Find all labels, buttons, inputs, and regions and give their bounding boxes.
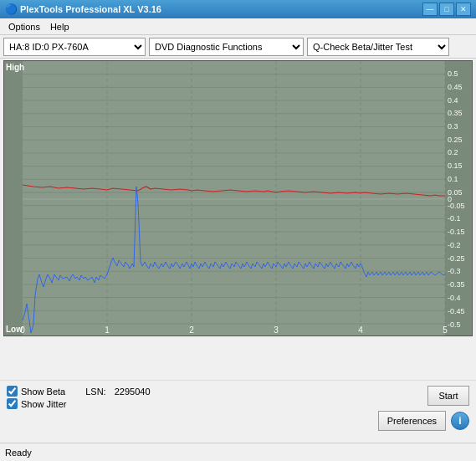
svg-text:-0.1: -0.1 <box>448 214 461 223</box>
chart-svg: 0.5 0.45 0.4 0.35 0.3 0.25 0.2 0.15 0.1 … <box>4 61 472 336</box>
info-button[interactable]: i <box>451 412 469 430</box>
show-beta-label: Show Beta <box>21 387 65 397</box>
menu-bar: Options Help <box>0 18 476 35</box>
function-select[interactable]: DVD Diagnostic Functions <box>149 38 304 56</box>
bottom-section: Show Beta LSN: 2295040 Show Jitter Start… <box>0 380 476 443</box>
svg-text:-0.05: -0.05 <box>448 202 465 210</box>
title-bar: 🔵 PlexTools Professional XL V3.16 — □ ✕ <box>0 0 476 18</box>
app-title: PlexTools Professional XL V3.16 <box>20 4 161 14</box>
drive-select[interactable]: HA:8 ID:0 PX-760A <box>3 38 146 56</box>
show-jitter-label: Show Jitter <box>21 399 66 409</box>
y-label-low: Low <box>6 325 23 334</box>
svg-text:-0.35: -0.35 <box>448 280 465 289</box>
menu-help[interactable]: Help <box>45 20 74 33</box>
test-select[interactable]: Q-Check Beta/Jitter Test <box>307 38 449 56</box>
main-content: Options Help HA:8 ID:0 PX-760A DVD Diagn… <box>0 18 476 461</box>
y-label-high: High <box>6 63 24 72</box>
svg-text:0.45: 0.45 <box>448 83 463 91</box>
svg-text:-0.25: -0.25 <box>448 254 465 263</box>
show-beta-checkbox[interactable] <box>7 386 18 397</box>
svg-rect-1 <box>23 61 445 336</box>
svg-text:0.3: 0.3 <box>448 122 458 131</box>
svg-text:-0.5: -0.5 <box>448 320 461 329</box>
menu-options[interactable]: Options <box>3 20 45 33</box>
svg-text:-0.15: -0.15 <box>448 228 465 236</box>
svg-text:3: 3 <box>274 325 279 335</box>
show-beta-checkbox-row: Show Beta LSN: 2295040 <box>7 386 151 397</box>
maximize-button[interactable]: □ <box>439 3 454 16</box>
svg-text:-0.45: -0.45 <box>448 307 465 315</box>
svg-text:4: 4 <box>358 325 363 335</box>
svg-text:0.15: 0.15 <box>448 161 463 170</box>
lsn-value: 2295040 <box>115 387 151 397</box>
right-controls: Start Preferences i <box>378 386 469 431</box>
toolbar: HA:8 ID:0 PX-760A DVD Diagnostic Functio… <box>0 35 476 59</box>
show-jitter-checkbox-row: Show Jitter <box>7 398 66 409</box>
svg-text:-0.4: -0.4 <box>448 294 461 302</box>
svg-text:2: 2 <box>189 325 194 335</box>
start-button[interactable]: Start <box>427 386 469 406</box>
minimize-button[interactable]: — <box>422 3 438 16</box>
chart-area: High Low <box>3 60 473 336</box>
close-button[interactable]: ✕ <box>456 3 471 16</box>
app-icon: 🔵 <box>5 3 17 15</box>
svg-text:-0.2: -0.2 <box>448 241 461 249</box>
svg-text:0.2: 0.2 <box>448 148 458 156</box>
svg-text:0.4: 0.4 <box>448 96 458 105</box>
svg-text:1: 1 <box>105 325 110 335</box>
preferences-button[interactable]: Preferences <box>378 411 446 431</box>
status-text: Ready <box>5 448 32 458</box>
svg-text:5: 5 <box>443 325 448 335</box>
svg-text:0.1: 0.1 <box>448 175 458 183</box>
left-controls: Show Beta LSN: 2295040 Show Jitter <box>7 386 151 414</box>
show-jitter-checkbox[interactable] <box>7 398 18 409</box>
lsn-label: LSN: <box>85 387 105 397</box>
svg-text:0.35: 0.35 <box>448 109 463 117</box>
svg-text:-0.3: -0.3 <box>448 267 461 275</box>
svg-text:0.25: 0.25 <box>448 136 463 144</box>
status-bar: Ready <box>0 443 476 461</box>
svg-text:0.5: 0.5 <box>448 69 458 78</box>
